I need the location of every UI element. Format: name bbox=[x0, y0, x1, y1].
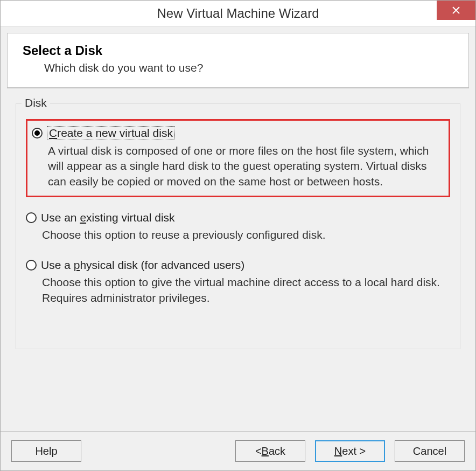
cancel-button[interactable]: Cancel bbox=[395, 440, 465, 462]
radio-option-existing[interactable]: Use an existing virtual disk bbox=[26, 211, 450, 224]
next-button[interactable]: Next > bbox=[315, 440, 385, 462]
option-block: Use a physical disk (for advanced users)… bbox=[26, 259, 450, 306]
back-button[interactable]: < Back bbox=[235, 440, 305, 462]
radio-option-create-new[interactable]: Create a new virtual disk bbox=[32, 126, 444, 140]
disk-groupbox: Disk Create a new virtual disk A virtual… bbox=[16, 103, 460, 349]
option-description: A virtual disk is composed of one or mor… bbox=[48, 143, 444, 189]
highlighted-option: Create a new virtual disk A virtual disk… bbox=[26, 119, 450, 197]
wizard-window: New Virtual Machine Wizard Select a Disk… bbox=[0, 0, 476, 471]
option-description: Choose this option to reuse a previously… bbox=[42, 227, 450, 243]
radio-icon bbox=[26, 260, 37, 271]
radio-label: Create a new virtual disk bbox=[47, 126, 175, 140]
titlebar: New Virtual Machine Wizard bbox=[1, 1, 475, 26]
close-button[interactable] bbox=[437, 1, 475, 20]
wizard-header: Select a Disk Which disk do you want to … bbox=[7, 33, 469, 88]
page-title: Select a Disk bbox=[23, 43, 453, 58]
help-button[interactable]: Help bbox=[11, 440, 81, 462]
option-description: Choose this option to give the virtual m… bbox=[42, 275, 450, 306]
groupbox-label: Disk bbox=[22, 96, 50, 109]
radio-icon bbox=[26, 212, 37, 223]
radio-label: Use a physical disk (for advanced users) bbox=[41, 259, 244, 272]
wizard-footer: Help < Back Next > Cancel bbox=[1, 431, 475, 470]
radio-label: Use an existing virtual disk bbox=[41, 211, 175, 224]
page-subtitle: Which disk do you want to use? bbox=[44, 61, 453, 74]
window-title: New Virtual Machine Wizard bbox=[157, 6, 319, 21]
wizard-content: Disk Create a new virtual disk A virtual… bbox=[1, 88, 475, 431]
option-block: Use an existing virtual disk Choose this… bbox=[26, 211, 450, 243]
radio-option-physical[interactable]: Use a physical disk (for advanced users) bbox=[26, 259, 450, 272]
close-icon bbox=[452, 6, 460, 15]
radio-icon bbox=[32, 128, 43, 138]
